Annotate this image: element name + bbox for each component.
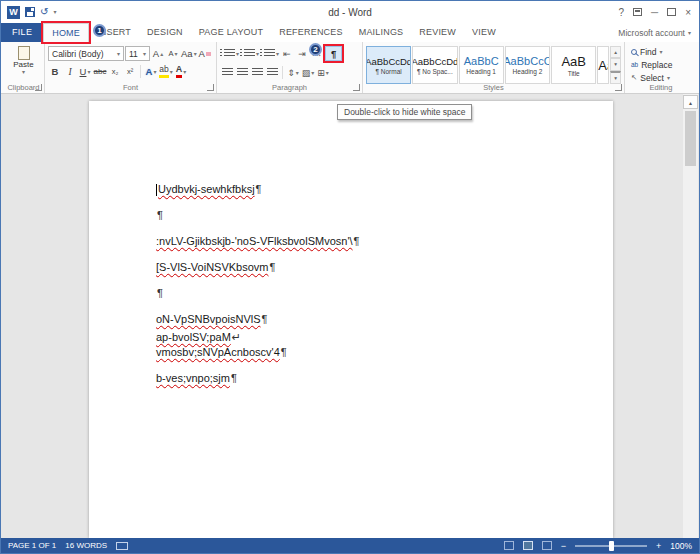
decrease-indent-button[interactable]: ⇤ (280, 46, 294, 61)
style-partial[interactable]: AaBl (597, 46, 609, 84)
text-line: ap-bvolSV;paM↵ (156, 331, 241, 344)
zoom-slider[interactable] (575, 545, 647, 547)
tab-home[interactable]: HOME 1 (43, 23, 89, 42)
style-heading-2[interactable]: AaBbCcC Heading 2 (505, 46, 550, 84)
strikethrough-button[interactable]: abc (93, 64, 107, 79)
shrink-font-button[interactable]: A▾ (166, 46, 180, 61)
chevron-down-icon: ▾ (117, 51, 120, 57)
align-left-button[interactable] (220, 65, 234, 80)
style-sample: AaBbCcDd (366, 56, 411, 67)
line-text: b-ves;vnpo;sjm (156, 372, 230, 384)
page-indicator[interactable]: PAGE 1 OF 1 (8, 541, 56, 550)
italic-button[interactable]: I (63, 64, 77, 79)
read-mode-button[interactable] (504, 541, 514, 550)
line-spacing-icon: ⇕ (287, 68, 295, 78)
line-text: vmosbv;sNVpAcnboscv'4 (156, 346, 280, 358)
styles-group: AaBbCcDd ¶ Normal AaBbCcDd ¶ No Spac... … (363, 42, 625, 93)
ribbon-display-options-icon[interactable] (633, 8, 642, 16)
zoom-percentage[interactable]: 100% (670, 541, 692, 551)
ribbon: Paste ▾ Clipboard Calibri (Body) ▾ 11 ▾ … (1, 42, 699, 94)
clear-formatting-button[interactable]: A (198, 46, 212, 61)
font-name-select[interactable]: Calibri (Body) ▾ (48, 46, 124, 61)
chevron-down-icon: ▾ (143, 51, 146, 57)
web-layout-button[interactable] (542, 541, 552, 550)
style-normal[interactable]: AaBbCcDd ¶ Normal (366, 46, 411, 84)
tab-references[interactable]: REFERENCES (271, 23, 351, 42)
document-page[interactable]: Uydbvkj-sewhkfbksj¶ ¶ :nvLV-Gjikbskjb-'n… (89, 101, 613, 538)
highlight-label: ab (159, 65, 168, 77)
underline-button[interactable]: U▾ (78, 64, 92, 79)
select-cursor-icon: ↖ (631, 73, 637, 82)
zoom-in-button[interactable]: + (656, 541, 661, 551)
help-icon[interactable]: ? (619, 7, 625, 18)
tab-file[interactable]: FILE (1, 23, 43, 42)
styles-scroll-down-icon[interactable]: ▾ (610, 58, 621, 70)
styles-gallery-more-icon[interactable]: ▾ (610, 71, 621, 84)
qat-customize-icon[interactable]: ▾ (53, 9, 56, 15)
justify-button[interactable] (265, 65, 279, 80)
paragraph-dialog-launcher[interactable] (353, 84, 360, 91)
language-keyboard-icon[interactable] (116, 542, 128, 550)
grow-font-button[interactable]: A▴ (151, 46, 165, 61)
borders-button[interactable]: ⊞▾ (316, 65, 330, 80)
bullets-button[interactable]: ▾ (220, 46, 239, 61)
style-heading-1[interactable]: AaBbC Heading 1 (459, 46, 504, 84)
replace-button[interactable]: ab Replace (628, 58, 694, 71)
styles-scroll-up-icon[interactable]: ▴ (610, 46, 621, 58)
tab-design[interactable]: DESIGN (139, 23, 191, 42)
text-highlight-button[interactable]: ab▾ (159, 64, 173, 79)
close-icon[interactable]: × (685, 7, 691, 18)
pilcrow-mark: ¶ (281, 346, 287, 358)
tab-review[interactable]: REVIEW (411, 23, 464, 42)
numbered-list-icon (244, 49, 255, 58)
font-color-button[interactable]: A▾ (174, 64, 188, 79)
print-layout-button[interactable] (523, 541, 533, 550)
change-case-button[interactable]: Aa▾ (181, 46, 197, 61)
justify-icon (267, 68, 278, 77)
undo-icon[interactable]: ↺ (40, 7, 48, 17)
tab-mailings[interactable]: MAILINGS (351, 23, 412, 42)
style-sample: AaBl (598, 58, 609, 73)
align-center-button[interactable] (235, 65, 249, 80)
text-effects-button[interactable]: A▾ (144, 64, 158, 79)
account-menu[interactable]: Microsoft account ▾ (618, 23, 699, 42)
font-size-select[interactable]: 11 ▾ (125, 46, 150, 61)
account-label: Microsoft account (618, 28, 685, 38)
find-button[interactable]: Find ▾ (628, 45, 694, 58)
tab-home-label: HOME (52, 28, 80, 38)
styles-dialog-launcher[interactable] (615, 84, 622, 91)
style-title[interactable]: AaB Title (551, 46, 596, 84)
style-no-spacing[interactable]: AaBbCcDd ¶ No Spac... (412, 46, 457, 84)
numbering-button[interactable]: ▾ (240, 46, 259, 61)
line-text: oN-VpSNBvpoisNVlS (156, 313, 261, 325)
bold-button[interactable]: B (48, 64, 62, 79)
scroll-up-button[interactable]: ▴ (683, 95, 698, 109)
increase-indent-button[interactable]: ⇥ (295, 46, 309, 61)
minimize-icon[interactable]: ─ (651, 7, 658, 18)
line-spacing-button[interactable]: ⇕▾ (286, 65, 300, 80)
shading-button[interactable]: ▨▾ (301, 65, 315, 80)
multilevel-list-button[interactable]: ▾ (260, 46, 279, 61)
vertical-scrollbar[interactable]: ▴ (683, 94, 698, 538)
zoom-out-button[interactable]: − (561, 541, 566, 551)
shrink-font-label: A (168, 49, 173, 58)
line-break-mark: ↵ (232, 331, 241, 343)
save-icon[interactable] (25, 7, 35, 17)
word-count[interactable]: 16 WORDS (65, 541, 107, 550)
clipboard-dialog-launcher[interactable] (35, 84, 42, 91)
scrollbar-thumb[interactable] (685, 111, 696, 166)
restore-icon[interactable] (667, 8, 676, 16)
tab-view[interactable]: VIEW (464, 23, 504, 42)
tab-page-layout[interactable]: PAGE LAYOUT (191, 23, 271, 42)
pilcrow-mark: ¶ (354, 235, 360, 247)
word-app-icon[interactable]: W (7, 6, 20, 19)
paste-button[interactable]: Paste ▾ (6, 46, 41, 75)
select-label: Select (640, 73, 664, 83)
font-dialog-launcher[interactable] (207, 84, 214, 91)
zoom-slider-thumb[interactable] (609, 541, 614, 551)
show-hide-marks-button[interactable]: ¶ 2 (325, 46, 342, 61)
superscript-button[interactable]: x² (123, 64, 137, 79)
align-right-button[interactable] (250, 65, 264, 80)
subscript-button[interactable]: x₂ (108, 64, 122, 79)
chevron-down-icon: ▾ (256, 51, 259, 57)
